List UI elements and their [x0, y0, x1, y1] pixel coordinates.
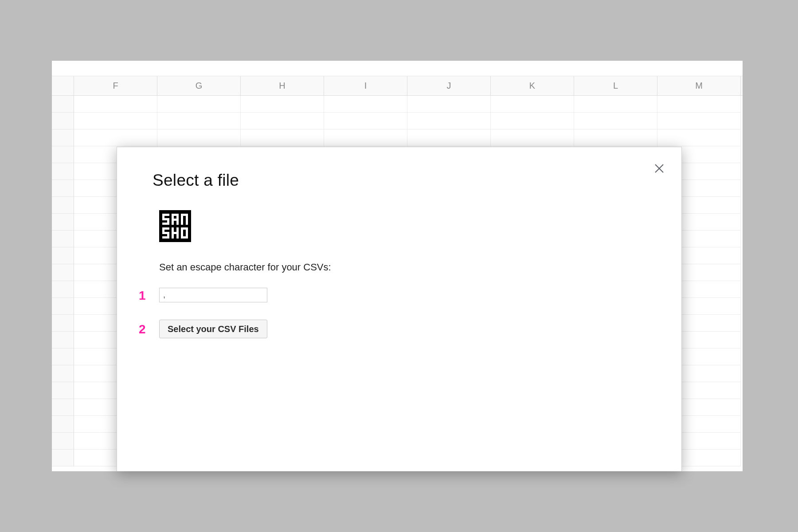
row-number-cell[interactable] [52, 332, 74, 348]
spreadsheet-cell[interactable] [407, 129, 491, 146]
row-number-cell[interactable] [52, 450, 74, 466]
spreadsheet-cell[interactable] [491, 129, 574, 146]
close-icon [654, 163, 665, 176]
select-csv-files-button[interactable]: Select your CSV Files [159, 320, 267, 338]
spreadsheet-cell[interactable] [324, 113, 407, 129]
annotation-step-2: 2 [139, 322, 146, 336]
row-number-cell[interactable] [52, 197, 74, 214]
column-header[interactable]: I [324, 76, 407, 95]
escape-character-input[interactable] [159, 288, 267, 302]
row-number-cell[interactable] [52, 96, 74, 113]
spreadsheet-cell[interactable] [241, 129, 324, 146]
column-header[interactable]: L [574, 76, 657, 95]
spreadsheet-cell[interactable] [241, 96, 324, 113]
spreadsheet-cell[interactable] [657, 96, 741, 113]
row-number-cell[interactable] [52, 416, 74, 433]
spreadsheet-cell[interactable] [74, 96, 157, 113]
spreadsheet-cell[interactable] [74, 113, 157, 129]
row-number-cell[interactable] [52, 298, 74, 315]
row-number-cell[interactable] [52, 264, 74, 281]
close-button[interactable] [652, 162, 666, 176]
row-number-cell[interactable] [52, 348, 74, 365]
column-header[interactable]: G [157, 76, 241, 95]
row-number-cell[interactable] [52, 163, 74, 180]
row-number-cell[interactable] [52, 399, 74, 416]
sansho-logo-icon [159, 210, 191, 242]
rownum-header-spacer [52, 76, 74, 95]
dialog-title: Select a file [153, 171, 239, 190]
instruction-text: Set an escape character for your CSVs: [159, 262, 331, 273]
row-number-cell[interactable] [52, 231, 74, 247]
spreadsheet-cell[interactable] [407, 113, 491, 129]
spreadsheet-cell[interactable] [574, 113, 657, 129]
select-file-dialog: Select a file [117, 147, 682, 471]
svg-rect-26 [181, 236, 188, 239]
spreadsheet-cell[interactable] [324, 129, 407, 146]
column-header-row: F G H I J K L M [52, 76, 743, 96]
row-number-cell[interactable] [52, 382, 74, 399]
spreadsheet-cell[interactable] [574, 129, 657, 146]
table-row [52, 113, 743, 129]
row-number-cell[interactable] [52, 365, 74, 382]
row-number-cell[interactable] [52, 315, 74, 332]
svg-rect-14 [186, 214, 188, 225]
spreadsheet-cell[interactable] [657, 129, 741, 146]
toolbar-strip [52, 61, 743, 76]
spreadsheet-cell[interactable] [491, 113, 574, 129]
column-header[interactable]: F [74, 76, 157, 95]
spreadsheet-cell[interactable] [491, 96, 574, 113]
spreadsheet-cell[interactable] [157, 129, 241, 146]
table-row [52, 96, 743, 113]
annotation-step-1: 1 [139, 289, 146, 303]
row-number-cell[interactable] [52, 146, 74, 163]
table-row [52, 129, 743, 146]
spreadsheet-cell[interactable] [241, 113, 324, 129]
row-number-cell[interactable] [52, 433, 74, 450]
column-header[interactable]: J [407, 76, 491, 95]
column-header[interactable]: H [241, 76, 324, 95]
spreadsheet-cell[interactable] [657, 113, 741, 129]
row-number-cell[interactable] [52, 247, 74, 264]
spreadsheet-cell[interactable] [574, 96, 657, 113]
row-number-cell[interactable] [52, 113, 74, 129]
svg-rect-7 [162, 223, 169, 225]
row-number-cell[interactable] [52, 180, 74, 197]
column-header[interactable]: K [491, 76, 574, 95]
spreadsheet-cell[interactable] [74, 129, 157, 146]
row-number-cell[interactable] [52, 281, 74, 298]
spreadsheet-cell[interactable] [407, 96, 491, 113]
spreadsheet-cell[interactable] [157, 113, 241, 129]
spreadsheet-cell[interactable] [157, 96, 241, 113]
spreadsheet-cell[interactable] [324, 96, 407, 113]
svg-rect-11 [172, 219, 179, 221]
svg-rect-19 [162, 236, 169, 239]
row-number-cell[interactable] [52, 129, 74, 146]
svg-rect-22 [176, 227, 179, 239]
row-number-cell[interactable] [52, 214, 74, 231]
column-header[interactable]: M [657, 76, 741, 95]
